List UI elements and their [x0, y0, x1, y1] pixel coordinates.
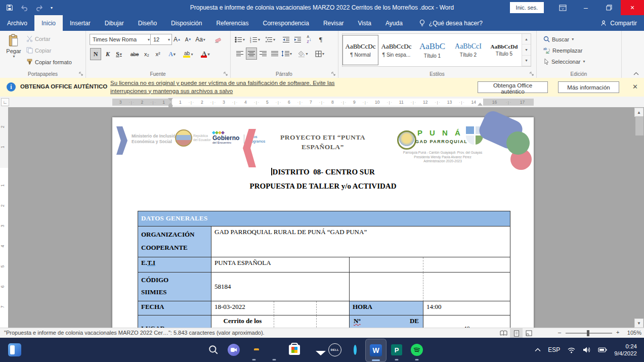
widgets-icon[interactable] [8, 343, 21, 356]
warning-close-icon[interactable]: ✕ [632, 83, 638, 91]
tell-me-box[interactable]: ¿Qué desea hacer? [419, 15, 483, 31]
style-título2[interactable]: AaBbCcITítulo 2 [450, 35, 486, 65]
minimize-button[interactable]: – [574, 0, 597, 15]
find-button[interactable]: Buscar▾ [543, 36, 574, 42]
taskbar-app-chat[interactable] [224, 339, 244, 361]
wifi-icon[interactable] [567, 346, 576, 353]
taskbar-app-search[interactable] [203, 339, 224, 361]
taskbar-app-alexa[interactable] [345, 339, 365, 361]
taskbar-app-file-explorer[interactable] [244, 339, 264, 361]
tab-diseño[interactable]: Diseño [131, 15, 164, 31]
numbering-button[interactable]: 123▾ [249, 33, 261, 46]
font-color-button[interactable]: A▾ [200, 48, 211, 60]
close-button[interactable]: × [621, 0, 644, 15]
zoom-out-button[interactable]: – [558, 329, 561, 335]
underline-button[interactable]: S▾ [113, 48, 124, 60]
zoom-level[interactable]: 105% [625, 330, 641, 336]
select-dropdown-icon[interactable]: ▾ [583, 59, 585, 64]
shrink-font-button[interactable]: A▼ [183, 33, 194, 46]
font-name-combo[interactable]: Times New Roma▾ [90, 34, 152, 45]
read-mode-icon[interactable] [497, 328, 510, 338]
style-sinespa[interactable]: AaBbCcDc¶ Sin espa... [378, 35, 414, 65]
clipboard-dialog-launcher-icon[interactable] [79, 72, 83, 76]
taskbar-app-store[interactable] [284, 339, 305, 361]
style-título5[interactable]: AaBbCcDdTítulo 5 [486, 35, 522, 65]
redo-icon[interactable] [35, 5, 44, 11]
ribbon-display-options-icon[interactable] [551, 0, 574, 15]
tab-vista[interactable]: Vista [351, 15, 378, 31]
change-case-button[interactable]: Aa▾ [195, 33, 206, 46]
share-button[interactable]: Compartir [600, 15, 637, 31]
align-center-button[interactable] [246, 48, 257, 60]
italic-button[interactable]: K [102, 48, 113, 60]
tab-referencias[interactable]: Referencias [209, 15, 255, 31]
more-info-button[interactable]: Más información [558, 81, 619, 93]
tab-correspondencia[interactable]: Correspondencia [255, 15, 316, 31]
taskbar-app-edge[interactable] [264, 339, 284, 361]
tab-selector[interactable]: ∟ [1, 98, 9, 106]
increase-indent-button[interactable] [292, 33, 303, 46]
undo-icon[interactable] [20, 5, 28, 11]
show-marks-button[interactable]: ¶ [315, 33, 326, 46]
shading-button[interactable]: ▾ [297, 48, 309, 60]
select-button[interactable]: Seleccionar▾ [543, 58, 585, 65]
right-indent-marker[interactable] [478, 103, 483, 106]
styles-dialog-launcher-icon[interactable] [530, 72, 534, 76]
highlight-button[interactable]: ab▾ [183, 48, 194, 60]
taskbar-app-start[interactable] [183, 339, 203, 361]
taskbar-app-dell[interactable]: DELL [325, 339, 345, 361]
tab-dibujar[interactable]: Dibujar [98, 15, 131, 31]
text-effects-dropdown-icon[interactable]: ▾ [174, 52, 176, 57]
strikethrough-button[interactable]: abe [129, 48, 140, 60]
styles-more-icon[interactable]: ▼ [522, 56, 531, 66]
numbering-dropdown-icon[interactable]: ▾ [258, 37, 260, 42]
bullets-dropdown-icon[interactable]: ▾ [243, 37, 245, 42]
find-dropdown-icon[interactable]: ▾ [572, 37, 574, 41]
collapse-ribbon-icon[interactable] [633, 72, 639, 75]
document-page[interactable]: Ministerio de Inclusión Económica y Soci… [112, 117, 534, 328]
print-layout-icon[interactable] [510, 328, 523, 338]
scrollbar-thumb[interactable] [635, 116, 643, 135]
copy-button[interactable]: Copiar [26, 47, 51, 54]
font-color-dropdown-icon[interactable]: ▾ [207, 52, 209, 57]
decrease-indent-button[interactable] [280, 33, 291, 46]
font-size-dropdown-icon[interactable]: ▾ [166, 37, 171, 42]
text-effects-button[interactable]: A▾ [166, 48, 178, 60]
tray-chevron-icon[interactable] [535, 348, 541, 352]
format-painter-button[interactable]: Copiar formato [26, 59, 72, 65]
shading-dropdown-icon[interactable]: ▾ [306, 52, 308, 56]
scroll-up-icon[interactable]: ▲ [634, 108, 643, 117]
styles-scroll-up-icon[interactable]: ▲ [522, 34, 531, 44]
highlight-dropdown-icon[interactable]: ▾ [191, 52, 193, 57]
tab-insertar[interactable]: Insertar [63, 15, 98, 31]
bold-button[interactable]: N [90, 48, 101, 60]
underline-dropdown-icon[interactable]: ▾ [120, 52, 122, 57]
paste-dropdown-icon[interactable]: ▾ [5, 54, 23, 59]
first-line-indent-marker[interactable] [168, 98, 173, 101]
borders-button[interactable]: ▾ [314, 48, 325, 60]
get-office-button[interactable]: Obtenga Office auténtico [478, 81, 548, 93]
vertical-ruler[interactable]: 211234567 [0, 107, 8, 328]
tab-revisar[interactable]: Revisar [316, 15, 351, 31]
justify-button[interactable] [269, 48, 280, 60]
scroll-down-icon[interactable]: ▼ [634, 319, 643, 328]
font-dialog-launcher-icon[interactable] [224, 72, 228, 76]
paste-button[interactable]: Pegar ▾ [4, 34, 23, 59]
replace-button[interactable]: abac Reemplazar [543, 47, 582, 54]
volume-icon[interactable] [583, 346, 591, 353]
subscript-button[interactable]: x₂ [141, 48, 152, 60]
bullets-button[interactable]: ▾ [234, 33, 245, 46]
font-size-combo[interactable]: 12▾ [150, 34, 172, 45]
qat-customize-icon[interactable]: ▾ [51, 6, 53, 10]
sign-in-button[interactable]: Inic. ses. [510, 2, 544, 13]
language-indicator[interactable]: ESP [548, 346, 560, 353]
taskbar-app-publisher[interactable]: P [387, 339, 407, 361]
battery-icon[interactable] [598, 347, 607, 353]
save-icon[interactable] [6, 4, 13, 11]
line-spacing-button[interactable]: ▾ [281, 48, 292, 60]
tab-inicio[interactable]: Inicio [34, 15, 63, 31]
taskbar-app-mail[interactable] [305, 339, 325, 361]
restore-button[interactable] [597, 0, 621, 15]
tab-ayuda[interactable]: Ayuda [378, 15, 410, 31]
style-normal[interactable]: AaBbCcDc¶ Normal [342, 35, 378, 65]
